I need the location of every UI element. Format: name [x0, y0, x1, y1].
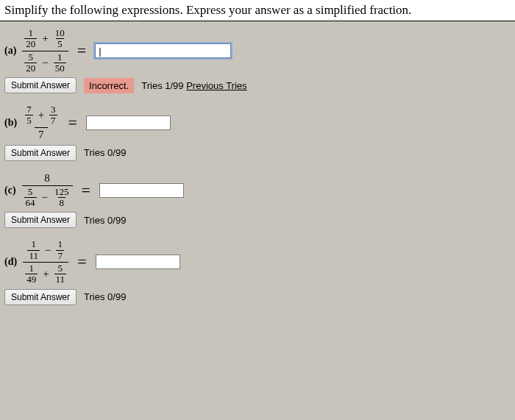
page-instructions: Simplify the following expressions. Expr… [0, 0, 515, 21]
problem-a-expression: 120 + 105 520 − 150 [22, 27, 68, 74]
frac-den: 8 [58, 197, 66, 208]
problem-d-submit-button[interactable]: Submit Answer [4, 289, 77, 305]
frac-den: 7 [49, 115, 57, 126]
problem-a-answer-input[interactable] [95, 43, 231, 58]
equals-sign: = [77, 252, 86, 271]
frac-den: 49 [25, 274, 38, 285]
frac-num: 1 [27, 28, 35, 38]
minus-op: − [43, 244, 52, 257]
problem-a-status-incorrect: Incorrect. [84, 78, 134, 93]
frac-num: 5 [26, 187, 35, 197]
problem-a-label: (a) [4, 45, 16, 57]
problem-a-previous-tries-link[interactable]: Previous Tries [186, 80, 246, 91]
equals-sign: = [82, 181, 90, 200]
problem-b-submit-button[interactable]: Submit Answer [4, 145, 77, 161]
problem-d-answer-input[interactable] [96, 255, 180, 269]
problem-c: (c) 8 564 − 1258 = Submit Answer Tries 0… [4, 171, 511, 229]
frac-num: 5 [57, 263, 65, 274]
problem-c-label: (c) [4, 185, 16, 196]
frac-num: 1 [27, 263, 35, 274]
minus-op: − [40, 57, 49, 69]
frac-den: 20 [24, 38, 37, 49]
frac-den: 20 [24, 63, 37, 74]
minus-op: − [40, 191, 49, 204]
equals-sign: = [68, 113, 77, 132]
problem-a-submit-button[interactable]: Submit Answer [4, 77, 77, 93]
numerator-value: 8 [43, 172, 52, 185]
problem-d-label: (d) [4, 256, 17, 268]
problem-b-label: (b) [4, 117, 17, 129]
problem-c-expression: 8 564 − 1258 [22, 171, 73, 210]
frac-num: 3 [49, 104, 57, 115]
frac-num: 1 [29, 239, 38, 249]
frac-num: 7 [25, 104, 33, 115]
frac-num: 10 [54, 28, 66, 38]
equals-sign: = [77, 41, 86, 60]
frac-den: 7 [56, 250, 64, 261]
plus-op: + [40, 32, 49, 45]
problem-b-expression: 75 + 37 7 [23, 104, 59, 142]
problem-d-expression: 111 − 17 149 + 511 [23, 238, 68, 285]
problem-d-tries: Tries 0/99 [84, 291, 126, 302]
frac-num: 125 [53, 187, 71, 197]
denominator-value: 7 [37, 129, 46, 141]
problem-a-tries: Tries 1/99 Previous Tries [141, 80, 246, 91]
frac-den: 64 [24, 197, 37, 208]
problem-b-tries: Tries 0/99 [84, 147, 126, 158]
problem-c-submit-button[interactable]: Submit Answer [4, 212, 77, 228]
problem-b-answer-input[interactable] [86, 115, 171, 130]
plus-op: + [37, 109, 46, 121]
frac-num: 5 [27, 52, 35, 63]
frac-den: 50 [54, 63, 66, 74]
frac-den: 5 [56, 38, 64, 49]
problem-c-tries: Tries 0/99 [84, 215, 126, 226]
problem-a: (a) 120 + 105 520 − 150 = [4, 27, 511, 93]
problem-c-answer-input[interactable] [99, 183, 184, 198]
problem-d: (d) 111 − 17 149 + 511 = [4, 238, 511, 305]
frac-den: 11 [27, 250, 40, 261]
frac-den: 5 [25, 115, 33, 126]
tries-text: Tries 1/99 [141, 80, 183, 91]
frac-num: 1 [56, 239, 64, 249]
problems-container: (a) 120 + 105 520 − 150 = [0, 21, 515, 321]
problem-b: (b) 75 + 37 7 = Submit Answer Tries 0/99 [4, 104, 511, 161]
plus-op: + [41, 268, 50, 280]
frac-num: 1 [56, 52, 64, 63]
frac-den: 11 [54, 274, 67, 285]
